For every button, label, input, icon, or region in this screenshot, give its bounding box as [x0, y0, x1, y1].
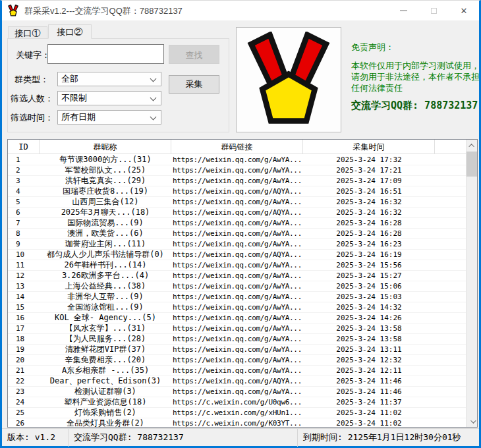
cell-group-link: https://weixin.qq.com/g/AwYA... — [171, 387, 303, 397]
table-row[interactable]: 25灯饰采购销售(2)https://c.weixin.com/g/xHUn1.… — [8, 408, 466, 418]
maximize-button[interactable] — [418, 1, 449, 20]
cell-collect-time: 2025-3-24 16:28 — [303, 229, 435, 239]
window-title: 群采采v1.2---交流学习QQ群：788732137 — [24, 5, 183, 17]
cell-group-link: https://weixin.qq.com/g/AwYA... — [171, 229, 303, 239]
cell-group-name: 军警校部队文...(25) — [40, 165, 171, 176]
header-id[interactable]: ID — [8, 140, 40, 154]
cell-collect-time: 2025-3-24 16:51 — [303, 186, 435, 197]
vertical-scrollbar[interactable] — [466, 140, 477, 427]
table-row[interactable]: 16KOL 全球- Agency...(5)https://weixin.qq.… — [8, 313, 466, 323]
scroll-up-icon[interactable] — [467, 140, 478, 151]
search-form-panel: 关键字： 查找 群类型： 全部 采集 筛选人数： 不限制 筛选时间： 所有日期 — [7, 38, 229, 132]
cell-group-link: https://weixin.qq.com/g/AwYA... — [171, 345, 303, 355]
cell-group-name: 山西周三集合(12) — [40, 197, 171, 208]
results-table: ID 群昵称 群码链接 采集时间 1每节课3000的方...(31)https:… — [7, 139, 478, 428]
cell-group-link: https://weixin.qq.com/g/AQYA... — [171, 376, 303, 387]
cell-collect-time: 2025-3-24 11:02 — [303, 418, 435, 427]
table-row[interactable]: 13上海公益经典...(38)https://weixin.qq.com/g/A… — [8, 281, 466, 292]
table-body: 1每节课3000的方...(31)https://weixin.qq.com/g… — [8, 155, 466, 427]
cell-collect-time: 2025-3-24 16:32 — [303, 197, 435, 208]
table-row[interactable]: 4国瑞枣庄收货8...(19)https://weixin.qq.com/g/A… — [8, 186, 466, 197]
rabbit-badge-logo — [242, 32, 335, 128]
cell-collect-time: 2025-3-24 16:32 — [303, 208, 435, 218]
cell-group-name: 【为人民服务...(28) — [40, 334, 171, 345]
cell-group-link: https://weixin.qq.com/g/AQYA... — [171, 208, 303, 218]
cell-id: 9 — [8, 239, 40, 250]
scrollbar-thumb[interactable] — [467, 152, 478, 177]
minimize-button[interactable] — [388, 1, 418, 20]
cell-group-name: 2025年3月聊天...(18) — [40, 208, 171, 218]
cell-collect-time: 2025-3-24 17:09 — [303, 176, 435, 186]
cell-id: 13 — [8, 281, 40, 292]
cell-id: 18 — [8, 334, 40, 345]
cell-id: 15 — [8, 302, 40, 313]
table-row[interactable]: 17【风水玄学】...(31)https://weixin.qq.com/g/A… — [8, 323, 466, 334]
cell-group-link: https://weixin.qq.com/g/AwYA... — [171, 197, 303, 208]
keyword-input[interactable] — [47, 44, 164, 64]
table-row[interactable]: 5山西周三集合(12)https://weixin.qq.com/g/AwYA.… — [8, 197, 466, 208]
keyword-label: 关键字： — [16, 49, 50, 61]
logo-image — [236, 27, 341, 132]
table-row[interactable]: 21A东乡相亲群 -...(35)https://weixin.qq.com/g… — [8, 366, 466, 376]
table-row[interactable]: 10都匀成人少儿声乐书法辅导群(0)https://weixin.qq.com/… — [8, 250, 466, 260]
filter-time-select[interactable]: 所有日期 — [57, 110, 161, 125]
status-qq-group: 交流学习QQ群: 788732137 — [69, 429, 298, 447]
header-filler — [435, 140, 466, 154]
table-row[interactable]: 1每节课3000的方...(31)https://weixin.qq.com/g… — [8, 155, 466, 165]
table-row[interactable]: 8澳洲，欧美货...(6)https://weixin.qq.com/g/AwY… — [8, 229, 466, 239]
cell-group-link: https://weixin.qq.com/g/AwYA... — [171, 313, 303, 323]
chevron-down-icon — [150, 114, 157, 121]
cell-id: 25 — [8, 408, 40, 418]
cell-id: 16 — [8, 313, 40, 323]
table-row[interactable]: 20辛集免费相亲...(20)https://weixin.qq.com/g/A… — [8, 355, 466, 366]
cell-id: 5 — [8, 197, 40, 208]
table-row[interactable]: 2军警校部队文...(25)https://weixin.qq.com/g/Aw… — [8, 165, 466, 176]
table-row[interactable]: 26全品类灯具业务群(2)https://c.weixin.com/g/K03Y… — [8, 418, 466, 427]
table-row[interactable]: 7国际物流贸易...(9)https://weixin.qq.com/g/AwY… — [8, 218, 466, 229]
header-collect-time[interactable]: 采集时间 — [303, 140, 435, 154]
table-row[interactable]: 19清雅鲜花团VIP群(37)https://weixin.qq.com/g/A… — [8, 345, 466, 355]
group-type-select[interactable]: 全部 — [57, 72, 161, 86]
cell-id: 19 — [8, 345, 40, 355]
table-header: ID 群昵称 群码链接 采集时间 — [8, 140, 466, 154]
cell-group-name: A东乡相亲群 -...(35) — [40, 366, 171, 376]
cell-group-name: 澳洲，欧美货...(6) — [40, 229, 171, 239]
cell-group-link: https://weixin.qq.com/g/AwYA... — [171, 292, 303, 302]
table-row[interactable]: 62025年3月聊天...(18)https://weixin.qq.com/g… — [8, 208, 466, 218]
table-row[interactable]: 14非洲华人互帮...(9)https://weixin.qq.com/g/Aw… — [8, 292, 466, 302]
group-type-label: 群类型： — [14, 74, 49, 86]
filter-count-select[interactable]: 不限制 — [57, 91, 161, 105]
cell-id: 11 — [8, 260, 40, 271]
table-row[interactable]: 3洪轩电竞真实...(29)https://weixin.qq.com/g/Aw… — [8, 176, 466, 186]
table-row[interactable]: 15全国游泳馆租...(9)https://weixin.qq.com/g/Aw… — [8, 302, 466, 313]
cell-collect-time: 2025-3-24 13:58 — [303, 323, 435, 334]
cell-id: 24 — [8, 397, 40, 408]
cell-id: 10 — [8, 250, 40, 260]
status-bar: 版本: v1.2 交流学习QQ群: 788732137 到期时间: 2125年1… — [2, 428, 479, 446]
cell-collect-time: 2025-3-24 11:46 — [303, 376, 435, 387]
close-button[interactable]: ✕ — [449, 1, 479, 20]
table-row[interactable]: 18【为人民服务...(28)https://weixin.qq.com/g/A… — [8, 334, 466, 345]
table-row[interactable]: 123.26欧洲多平台...(4)https://weixin.qq.com/g… — [8, 271, 466, 281]
cell-collect-time: 2025-3-24 11:02 — [303, 408, 435, 418]
scroll-down-icon[interactable] — [467, 416, 478, 427]
cell-collect-time: 2025-3-24 16:28 — [303, 218, 435, 229]
tab-interface-2[interactable]: 接口② — [48, 24, 92, 39]
find-button[interactable]: 查找 — [169, 45, 219, 64]
cell-id: 26 — [8, 418, 40, 427]
collect-button[interactable]: 采集 — [169, 75, 219, 94]
cell-collect-time: 2025-3-24 11:46 — [303, 387, 435, 397]
cell-group-name: 3.26欧洲多平台...(4) — [40, 271, 171, 281]
table-row[interactable]: 24塑料产业资源信息(18)https://c.weixin.com/g/U0q… — [8, 397, 466, 408]
table-row[interactable]: 1126年鞋样书刊...(14)https://weixin.qq.com/g/… — [8, 260, 466, 271]
cell-id: 23 — [8, 387, 40, 397]
table-row[interactable]: 23检测认证群聊(3)https://weixin.qq.com/g/AwYA.… — [8, 387, 466, 397]
cell-group-link: https://weixin.qq.com/g/AwYA... — [171, 155, 303, 165]
table-row[interactable]: 9珈誉府业主闲...(11)https://weixin.qq.com/g/Aw… — [8, 239, 466, 250]
header-group-name[interactable]: 群昵称 — [40, 140, 171, 154]
tab-interface-1[interactable]: 接口① — [8, 26, 47, 39]
table-row[interactable]: 22Dear、perfect、Edison(3)https://weixin.q… — [8, 376, 466, 387]
cell-group-link: https://weixin.qq.com/g/AwYA... — [171, 334, 303, 345]
cell-group-name: 检测认证群聊(3) — [40, 387, 171, 397]
header-group-link[interactable]: 群码链接 — [171, 140, 303, 154]
